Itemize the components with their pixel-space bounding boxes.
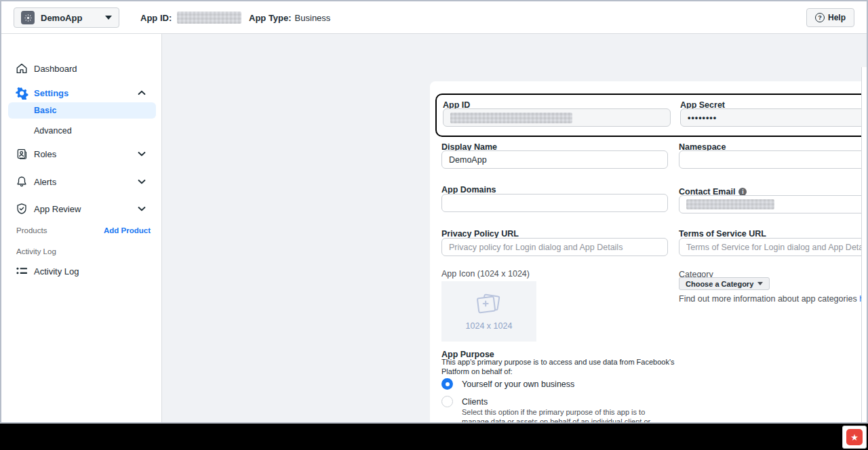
sidebar-item-dashboard[interactable]: Dashboard [1,59,162,78]
sidebar-item-settings[interactable]: Settings [1,83,162,102]
basic-settings-card: App ID App Secret •••••••• Show Display … [430,81,868,424]
products-section-label: Products [16,226,47,234]
chevron-down-icon [138,206,146,211]
radio-unselected-icon[interactable] [441,396,453,407]
sidebar-item-roles[interactable]: Roles [1,144,162,163]
activity-log-section-label: Activity Log [16,247,56,255]
top-header: DemoApp App ID: App Type: Business ? Hel… [1,1,867,34]
contact-email-input[interactable] [679,195,868,213]
app-selector-label: DemoApp [41,13,105,23]
privacy-policy-input[interactable] [441,238,668,256]
chevron-down-icon [138,179,146,184]
sidebar-item-label: Activity Log [34,266,79,277]
choose-category-label: Choose a Category [686,280,753,288]
display-name-input[interactable] [441,150,668,169]
chevron-down-icon [757,282,763,285]
help-button-label: Help [828,13,846,22]
app-avatar-icon [21,11,35,24]
terms-of-service-label: Terms of Service URL [679,229,766,239]
shield-check-icon [15,202,28,216]
sidebar-subitem-label: Basic [34,106,56,115]
header-app-type: App Type: Business [249,1,330,34]
app-secret-input: •••••••• [680,108,867,127]
sidebar-item-label: App Review [34,204,81,214]
app-id-label: App ID: [140,13,172,23]
help-button[interactable]: ? Help [806,8,854,27]
app-domains-label: App Domains [441,185,496,195]
sidebar-item-activity-log[interactable]: Activity Log [1,262,162,281]
add-product-link[interactable]: Add Product [104,226,151,234]
app-id-input [443,108,671,127]
info-icon: i [738,188,747,196]
app-icon-label: App Icon (1024 x 1024) [441,269,530,279]
scrollbar-track[interactable] [861,67,867,422]
bell-icon [15,175,28,188]
photos-icon [475,293,503,317]
sidebar-item-label: Settings [34,88,68,98]
roles-badge-icon [15,147,28,161]
sidebar-item-app-review[interactable]: App Review [1,199,162,218]
purpose-option-label: Yourself or your own business [462,380,574,389]
chevron-down-icon [138,151,146,157]
app-icon-upload[interactable]: 1024 x 1024 [441,281,536,342]
app-selector-dropdown[interactable]: DemoApp [14,7,119,28]
purpose-option-label: Clients [462,397,488,407]
browser-viewport: DemoApp App ID: App Type: Business ? Hel… [0,0,868,424]
app-domains-input[interactable] [441,194,668,212]
list-icon [15,264,28,278]
contact-email-redacted [686,199,774,209]
sidebar-subitem-basic[interactable]: Basic [8,102,156,119]
purpose-option-clients[interactable]: Clients [441,396,488,407]
purpose-option-yourself[interactable]: Yourself or your own business [441,378,574,390]
namespace-input[interactable] [679,150,868,169]
gear-icon [15,86,28,100]
app-purpose-description: This app's primary purpose is to access … [441,358,675,377]
app-type-value: Business [295,13,331,23]
sidebar-subitem-label: Advanced [34,126,72,136]
sidebar-item-label: Alerts [34,177,56,187]
app-credentials-box: App ID App Secret •••••••• Show [435,94,868,137]
app-id-redacted-value [177,12,241,24]
header-app-id: App ID: [140,1,241,34]
sidebar-item-label: Dashboard [34,64,77,74]
app-icon-dimensions: 1024 x 1024 [466,321,513,331]
sidebar-item-label: Roles [34,149,56,159]
app-type-label: App Type: [249,13,292,23]
chevron-up-icon [138,90,146,96]
extension-badge[interactable]: ★ [842,426,867,449]
category-help-text: Find out more information about app cate… [679,294,868,304]
chevron-down-icon [105,16,112,20]
help-icon: ? [815,13,825,22]
home-icon [15,62,28,75]
sidebar-item-alerts[interactable]: Alerts [1,172,162,191]
clients-option-description: Select this option if the primary purpos… [462,407,672,424]
main-area: App ID App Secret •••••••• Show Display … [162,34,867,422]
terms-of-service-input[interactable] [679,238,868,256]
sidebar-subitem-advanced[interactable]: Advanced [8,123,156,139]
star-icon: ★ [846,429,863,445]
choose-category-dropdown[interactable]: Choose a Category [679,277,770,290]
radio-selected-icon[interactable] [441,378,453,390]
privacy-policy-label: Privacy Policy URL [441,229,519,239]
app-id-redacted [450,112,572,123]
sidebar: Dashboard Settings Basic Advanced [1,34,162,422]
